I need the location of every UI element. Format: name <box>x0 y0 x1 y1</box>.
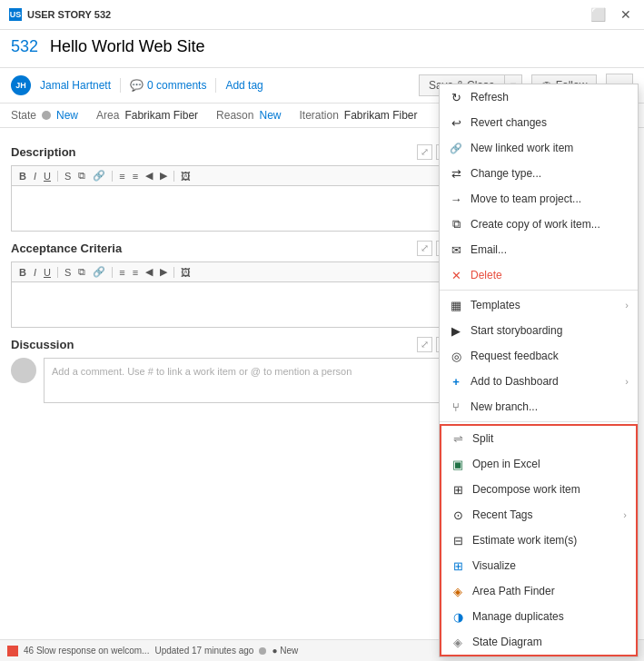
user-name[interactable]: Jamal Hartnett <box>40 79 111 92</box>
ac-rtt-sep-3 <box>173 267 174 278</box>
cm-storyboard-label: Start storyboarding <box>471 324 629 337</box>
cm-dashboard-label: Add to Dashboard <box>471 375 618 388</box>
strikethrough-button[interactable]: S <box>62 170 74 183</box>
description-header: Description ⤢ ∧ <box>11 144 451 160</box>
comments-button[interactable]: 💬 0 comments <box>130 79 206 92</box>
left-panel: Description ⤢ ∧ B I U S ⧉ 🔗 ≡ ≡ ◀ ▶ 🖼 Ac… <box>0 128 462 655</box>
work-item-title: Hello World Web Site <box>50 37 204 55</box>
ac-indent-button[interactable]: ◀ <box>143 265 155 279</box>
state-label: State <box>11 109 36 122</box>
add-tag-button[interactable]: Add tag <box>225 79 263 92</box>
discussion-section: Discussion ⤢ ∧ Add a comment. Use # to l… <box>11 337 451 403</box>
move-icon <box>449 192 463 206</box>
cm-excel[interactable]: Open in Excel <box>441 451 636 477</box>
ac-underline-button[interactable]: U <box>41 266 54 279</box>
cm-new-linked-label: New linked work item <box>471 142 629 154</box>
ac-strike-button[interactable]: S <box>62 266 74 279</box>
cm-refresh[interactable]: Refresh <box>440 84 638 110</box>
ac-bold-button[interactable]: B <box>16 266 29 279</box>
status-notice-text: 46 Slow response on welcom... <box>24 646 149 656</box>
cm-manage-duplicates[interactable]: Manage duplicates <box>441 604 636 629</box>
visualize-icon <box>451 558 465 573</box>
iteration-value[interactable]: Fabrikam Fiber <box>344 109 418 122</box>
refresh-icon <box>449 90 463 104</box>
code-button[interactable]: ⧉ <box>75 169 88 183</box>
cm-templates-label: Templates <box>471 299 618 311</box>
cm-revert[interactable]: Revert changes <box>440 110 638 135</box>
ac-image-button[interactable]: 🖼 <box>178 266 193 279</box>
ac-expand-icon[interactable]: ⤢ <box>417 241 432 256</box>
work-item-title-row: 532 Hello World Web Site <box>11 37 633 56</box>
discussion-input[interactable]: Add a comment. Use # to link a work item… <box>44 358 451 403</box>
discussion-header: Discussion ⤢ ∧ <box>11 337 451 352</box>
acceptance-criteria-editor[interactable] <box>11 282 451 328</box>
rtt-sep-1 <box>57 171 58 182</box>
cm-red-group: Split Open in Excel Decompose work item … <box>440 424 638 656</box>
indent-button[interactable]: ◀ <box>143 169 155 183</box>
ol-button[interactable]: ≡ <box>130 170 141 183</box>
ac-rtt-sep-2 <box>112 267 113 278</box>
description-editor[interactable] <box>11 186 451 232</box>
cm-recent-tags-label: Recent Tags <box>472 508 616 521</box>
template-icon <box>449 298 463 312</box>
copy-icon <box>449 217 463 232</box>
ac-outdent-button[interactable]: ▶ <box>157 265 170 279</box>
ac-ul-button[interactable]: ≡ <box>116 266 127 279</box>
disc-expand-icon[interactable]: ⤢ <box>417 337 432 352</box>
cm-state-diagram[interactable]: State Diagram <box>441 629 636 655</box>
title-bar-controls: ⬜ ✕ <box>587 5 635 24</box>
cm-visualize[interactable]: Visualize <box>441 553 636 578</box>
cm-split-label: Split <box>472 432 627 445</box>
image-button[interactable]: 🖼 <box>178 170 193 183</box>
outdent-button[interactable]: ▶ <box>157 169 170 183</box>
italic-button[interactable]: I <box>31 170 39 183</box>
cm-delete[interactable]: Delete <box>440 262 638 288</box>
ac-code-button[interactable]: ⧉ <box>75 265 88 279</box>
avatar: JH <box>11 75 31 95</box>
cm-dashboard[interactable]: Add to Dashboard › <box>440 369 638 394</box>
iteration-field: Iteration Fabrikam Fiber <box>299 109 417 122</box>
maximize-button[interactable]: ⬜ <box>587 5 609 24</box>
cm-branch[interactable]: New branch... <box>440 394 638 419</box>
cm-recent-tags[interactable]: Recent Tags › <box>441 502 636 528</box>
expand-icon[interactable]: ⤢ <box>417 144 432 160</box>
title-bar-left: US USER STORY 532 <box>9 8 111 21</box>
discussion-input-row: Add a comment. Use # to link a work item… <box>11 358 451 403</box>
cm-feedback[interactable]: Request feedback <box>440 343 638 369</box>
cm-decompose[interactable]: Decompose work item <box>441 477 636 502</box>
separator-2 <box>215 78 216 93</box>
discussion-avatar <box>11 358 36 383</box>
iteration-label: Iteration <box>299 109 338 122</box>
ac-link-button[interactable]: 🔗 <box>90 265 108 279</box>
cm-change-type[interactable]: Change type... <box>440 161 638 186</box>
link-button[interactable]: 🔗 <box>90 169 108 183</box>
storyboard-icon <box>449 323 463 338</box>
cm-new-linked[interactable]: New linked work item <box>440 135 638 161</box>
cm-copy[interactable]: Create copy of work item... <box>440 212 638 237</box>
ac-ol-button[interactable]: ≡ <box>130 266 141 279</box>
split-icon <box>451 431 465 446</box>
underline-button[interactable]: U <box>41 170 54 183</box>
cm-delete-label: Delete <box>471 269 629 281</box>
bold-button[interactable]: B <box>16 170 29 183</box>
cm-area-finder[interactable]: Area Path Finder <box>441 578 636 604</box>
revert-icon <box>449 115 463 130</box>
area-field: Area Fabrikam Fiber <box>96 109 198 122</box>
cm-move-team[interactable]: Move to team project... <box>440 186 638 212</box>
status-indicator-icon <box>7 646 18 656</box>
close-button[interactable]: ✕ <box>617 5 635 24</box>
cm-storyboard[interactable]: Start storyboarding <box>440 318 638 343</box>
cm-estimate[interactable]: Estimate work item(s) <box>441 528 636 553</box>
area-value[interactable]: Fabrikam Fiber <box>124 109 198 122</box>
comments-count: 0 comments <box>147 79 206 92</box>
cm-split[interactable]: Split <box>441 426 636 451</box>
ac-italic-button[interactable]: I <box>31 266 39 279</box>
ul-button[interactable]: ≡ <box>116 170 127 183</box>
cm-copy-label: Create copy of work item... <box>471 218 629 231</box>
reason-value[interactable]: New <box>259 109 281 122</box>
reason-field: Reason New <box>216 109 281 122</box>
state-value[interactable]: New <box>56 109 78 122</box>
cm-area-finder-label: Area Path Finder <box>472 585 627 597</box>
cm-templates[interactable]: Templates › <box>440 292 638 318</box>
cm-email[interactable]: Email... <box>440 237 638 262</box>
